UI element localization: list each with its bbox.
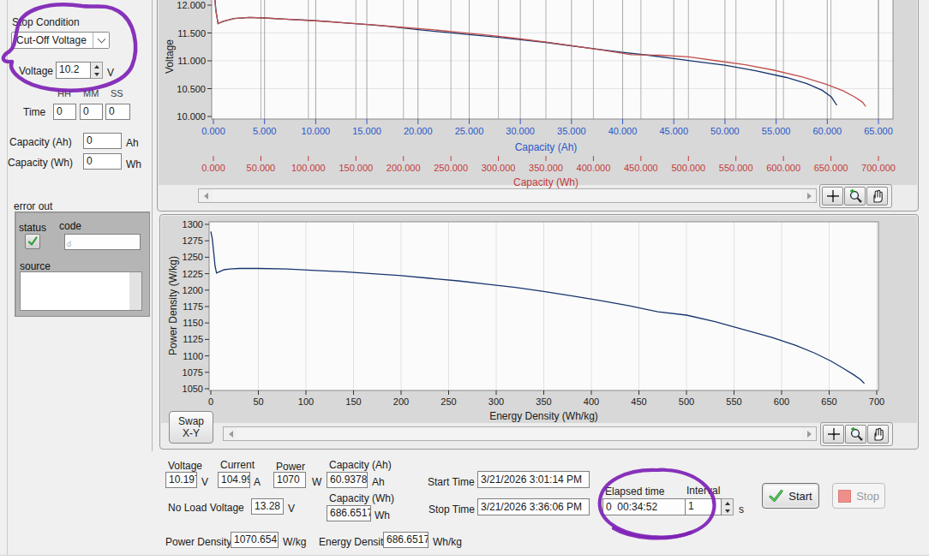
elapsed-time-label: Elapsed time	[605, 486, 664, 497]
swap-xy-line2: X-Y	[183, 427, 200, 439]
capacity-ah-readout-label: Capacity (Ah)	[329, 459, 392, 471]
increment-button[interactable]	[91, 63, 102, 70]
x-tick-label: 50.000	[710, 126, 740, 136]
swap-xy-button[interactable]: Swap X-Y	[169, 411, 213, 444]
cursor-crosshair-icon[interactable]	[822, 187, 843, 206]
stop-button[interactable]: Stop	[832, 483, 885, 509]
power-readout-unit: W	[312, 476, 321, 488]
decrement-button[interactable]	[722, 507, 733, 515]
green-check-icon	[769, 490, 783, 503]
y-tick-label: 10.500	[177, 84, 206, 94]
voltage-chart-palette	[819, 184, 892, 208]
pan-hand-icon[interactable]	[867, 425, 889, 444]
y-tick-label: 1075	[183, 367, 203, 378]
voltage-chart-scrollbar[interactable]	[198, 188, 817, 203]
x-axis-title-wh: Capacity (Wh)	[513, 176, 578, 188]
x-tick-label: 600	[774, 396, 789, 407]
cutoff-voltage-unit: V	[107, 67, 114, 79]
y-tick-label: 12.000	[177, 0, 206, 10]
time-ss-field[interactable]: 0	[105, 104, 130, 120]
stop-condition-value: Cut-Off Voltage	[12, 33, 93, 48]
x-tick-label: 35.000	[557, 126, 586, 136]
time-hh-field[interactable]: 0	[53, 104, 76, 120]
zoom-magnifier-icon[interactable]	[845, 425, 866, 444]
y-axis-title: Voltage	[164, 39, 176, 74]
x-tick-label: 100.000	[291, 163, 326, 173]
error-status-label: status	[19, 222, 46, 234]
x-tick-label: 30.000	[506, 126, 535, 136]
power-density-chart-scrollbar[interactable]	[223, 426, 817, 441]
power-readout-field: 1070	[273, 472, 306, 488]
cutoff-voltage-value[interactable]: 10.2	[56, 62, 91, 79]
x-tick-label: 500	[679, 396, 694, 407]
chevron-down-icon[interactable]	[93, 33, 109, 48]
zoom-magnifier-icon[interactable]	[844, 187, 866, 206]
source-scroll-area	[129, 272, 141, 310]
start-time-label: Start Time	[428, 476, 475, 488]
cutoff-voltage-spinner[interactable]: 10.2	[56, 62, 103, 79]
x-tick-label: 350	[536, 396, 551, 407]
green-check-icon	[27, 236, 38, 247]
error-code-field: d 0	[64, 234, 141, 250]
power-readout-label: Power	[276, 461, 305, 473]
y-tick-label: 1250	[183, 252, 203, 262]
no-load-voltage-field: 13.28	[251, 498, 284, 515]
y-tick-label: 1125	[183, 334, 203, 344]
scroll-right-icon[interactable]	[802, 189, 816, 202]
capacity-wh-readout-label: Capacity (Wh)	[329, 492, 394, 504]
voltage-chart-container: 10.00010.50011.00011.50012.0000.0005.000…	[157, 0, 919, 211]
y-tick-label: 11.500	[177, 28, 206, 39]
cursor-crosshair-icon[interactable]	[823, 425, 844, 444]
power-density-readout-field: 1070.654	[231, 532, 279, 548]
x-tick-label: 550	[726, 396, 741, 407]
current-readout-unit: A	[254, 476, 261, 488]
swap-xy-line1: Swap	[178, 415, 204, 427]
energy-density-readout-field: 686.6517	[383, 532, 429, 548]
x-tick-label: 25.000	[455, 126, 484, 136]
x-tick-label: 15.000	[352, 126, 381, 136]
window-bottom-strip	[0, 555, 929, 560]
x-tick-label: 150	[345, 396, 361, 407]
capacity-wh-stop-field[interactable]: 0	[83, 153, 122, 170]
x-tick-label: 65.000	[864, 126, 893, 136]
cutoff-voltage-label: Voltage	[19, 65, 53, 77]
error-out-label: error out	[14, 200, 52, 212]
x-tick-label: 50.000	[247, 163, 276, 173]
time-mm-field[interactable]: 0	[80, 104, 103, 120]
x-tick-label: 5.000	[253, 126, 277, 136]
decrement-button[interactable]	[91, 70, 102, 78]
elapsed-time-circle-annotation-stroke	[614, 528, 691, 538]
x-tick-label: 450	[631, 396, 646, 407]
x-tick-label: 150.000	[339, 163, 373, 173]
scroll-right-icon[interactable]	[802, 427, 816, 440]
start-button[interactable]: Start	[762, 483, 819, 509]
x-tick-label: 250	[441, 396, 456, 407]
scroll-left-icon[interactable]	[199, 189, 213, 202]
voltage-readout-label: Voltage	[168, 460, 202, 472]
x-tick-label: 300.000	[482, 163, 516, 173]
x-tick-label: 0.000	[201, 126, 225, 136]
scroll-left-icon[interactable]	[224, 427, 237, 440]
radix-indicator: d	[67, 237, 71, 250]
stop-condition-dropdown[interactable]: Cut-Off Voltage	[11, 32, 110, 49]
x-axis-title-ah: Capacity (Ah)	[515, 141, 578, 153]
interval-value[interactable]: 1	[685, 498, 722, 515]
labview-front-panel: Stop Condition Cut-Off Voltage Voltage 1…	[0, 0, 929, 560]
voltage-readout-field: 10.197	[165, 472, 197, 488]
x-tick-label: 300	[488, 396, 504, 407]
pan-hand-icon[interactable]	[866, 187, 888, 206]
capacity-ah-stop-field[interactable]: 0	[83, 133, 122, 149]
increment-button[interactable]	[722, 499, 733, 507]
x-axis-title: Energy Density (Wh/kg)	[489, 410, 598, 422]
interval-spinner[interactable]: 1	[685, 498, 734, 515]
stop-button-label: Stop	[856, 490, 879, 503]
power-density-readout-unit: W/kg	[283, 536, 306, 548]
x-tick-label: 450.000	[624, 163, 658, 173]
x-tick-label: 50	[253, 396, 263, 407]
start-time-field: 3/21/2026 3:01:14 PM	[477, 471, 590, 488]
x-tick-label: 250.000	[434, 163, 468, 173]
start-button-label: Start	[788, 490, 812, 503]
no-load-voltage-label: No Load Voltage	[168, 502, 244, 514]
power-density-readout-label: Power Density	[165, 536, 231, 548]
time-header-mm: MM	[83, 88, 99, 98]
